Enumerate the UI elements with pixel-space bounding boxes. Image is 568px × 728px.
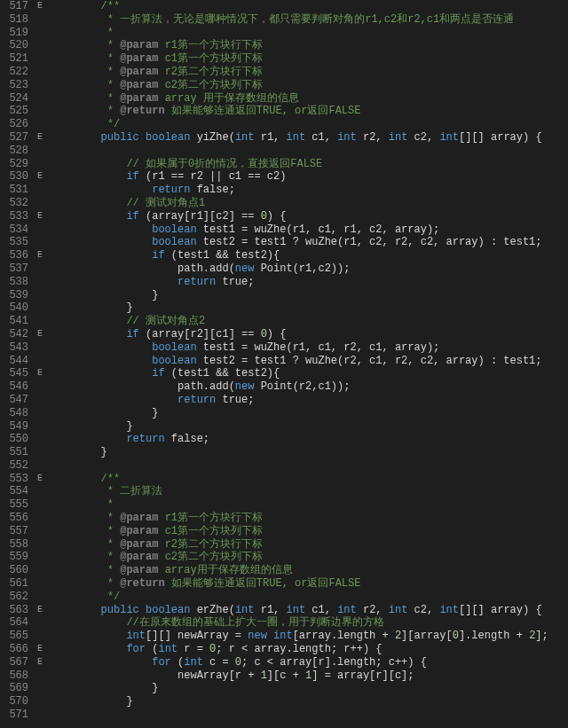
code-line[interactable]: * @param r1第一个方块行下标 <box>50 512 548 525</box>
code-line[interactable]: } <box>50 446 548 459</box>
fold-spacer <box>34 276 46 289</box>
fold-marker-icon[interactable]: E <box>34 170 46 184</box>
code-line[interactable]: * @param r1第一个方块行下标 <box>50 39 548 52</box>
code-line[interactable]: } <box>50 695 548 708</box>
fold-marker-icon[interactable]: E <box>34 473 46 486</box>
code-line[interactable]: path.add(new Point(r2,c1)); <box>50 380 548 394</box>
fold-spacer <box>34 52 46 66</box>
fold-marker-icon[interactable]: E <box>34 367 46 380</box>
code-line[interactable] <box>50 145 548 158</box>
code-line[interactable]: return true; <box>50 276 548 289</box>
code-line[interactable]: * @param c2第二个方块列下标 <box>50 79 548 92</box>
fold-spacer <box>34 616 46 630</box>
token-kw: for <box>126 643 146 655</box>
code-line[interactable]: * @return 如果能够连通返回TRUE, or返回FALSE <box>50 105 548 118</box>
code-line[interactable]: * @param c1第一个方块列下标 <box>50 52 548 66</box>
code-line[interactable]: for (int c = 0; c < array[r].length; c++… <box>50 656 548 669</box>
code-line[interactable]: for (int r = 0; r < array.length; r++) { <box>50 643 548 656</box>
code-line[interactable]: } <box>50 682 548 695</box>
code-line[interactable]: newArray[r + 1][c + 1] = array[r][c]; <box>50 669 548 683</box>
token-kw: new <box>235 262 255 275</box>
code-line[interactable]: /** <box>50 473 548 486</box>
fold-spacer <box>34 118 46 131</box>
code-line[interactable]: public boolean erZhe(int r1, int c1, int… <box>50 604 548 617</box>
line-number: 524 <box>0 92 28 106</box>
token-pl: ( <box>229 131 235 144</box>
code-line[interactable]: /** <box>50 0 548 13</box>
token-pl: (r1 == r2 || c1 == c2) <box>139 170 287 183</box>
token-pl: [][] newArray = <box>146 630 248 642</box>
token-pl: c = <box>203 656 235 669</box>
code-line[interactable]: if (array[r1][c2] == 0) { <box>50 210 548 223</box>
code-line[interactable]: * @param c2第二个方块列下标 <box>50 551 548 564</box>
token-cmt: // 测试对角点1 <box>126 197 205 209</box>
code-line[interactable]: int[][] newArray = new int[array.length … <box>50 630 548 643</box>
fold-marker-icon[interactable]: E <box>34 656 46 669</box>
code-line[interactable]: * @param c1第一个方块列下标 <box>50 525 548 538</box>
fold-gutter[interactable]: EEEEEEEEEEE <box>34 0 46 722</box>
code-line[interactable]: boolean test2 = test1 ? wuZhe(r1, c2, r2… <box>50 236 548 249</box>
line-number: 533 <box>0 210 28 223</box>
code-line[interactable]: // 测试对角点1 <box>50 197 548 210</box>
code-line[interactable]: * <box>50 498 548 512</box>
line-number: 542 <box>0 328 28 341</box>
code-line[interactable]: return false; <box>50 433 548 446</box>
token-pl <box>190 131 196 144</box>
code-line[interactable]: public boolean yiZhe(int r1, int c1, int… <box>50 131 548 145</box>
code-line[interactable]: } <box>50 289 548 302</box>
code-line[interactable]: * 二折算法 <box>50 485 548 498</box>
code-line[interactable]: if (test1 && test2){ <box>50 367 548 380</box>
fold-marker-icon[interactable]: E <box>34 328 46 341</box>
code-line[interactable] <box>50 459 548 473</box>
code-line[interactable]: boolean test1 = wuZhe(r1, c1, r2, c1, ar… <box>50 341 548 355</box>
code-line[interactable]: //在原来数组的基础上扩大一圈，用于判断边界的方格 <box>50 616 548 630</box>
token-pl: } <box>126 420 132 433</box>
fold-spacer <box>34 197 46 210</box>
code-line[interactable]: if (test1 && test2){ <box>50 249 548 262</box>
fold-spacer <box>34 394 46 407</box>
code-line[interactable]: * @param r2第二个方块行下标 <box>50 66 548 79</box>
code-line[interactable]: * @return 如果能够连通返回TRUE, or返回FALSE <box>50 577 548 591</box>
token-cmt: array用于保存数组的信息 <box>158 564 292 576</box>
code-line[interactable] <box>50 708 548 722</box>
line-number: 555 <box>0 498 28 512</box>
code-editor[interactable]: 5175185195205215225235245255265275285295… <box>0 0 568 722</box>
fold-marker-icon[interactable]: E <box>34 249 46 262</box>
token-tag: @param <box>120 52 158 65</box>
token-kw: return <box>152 184 190 196</box>
code-line[interactable]: * @param r2第二个方块行下标 <box>50 538 548 552</box>
fold-marker-icon[interactable]: E <box>34 0 46 13</box>
code-line[interactable]: path.add(new Point(r1,c2)); <box>50 262 548 276</box>
token-tag: @return <box>120 577 164 590</box>
fold-marker-icon[interactable]: E <box>34 604 46 617</box>
code-line[interactable]: } <box>50 407 548 420</box>
code-line[interactable]: return true; <box>50 394 548 407</box>
token-pl: r2, <box>357 131 389 144</box>
code-line[interactable]: } <box>50 301 548 315</box>
code-line[interactable]: // 如果属于0折的情况，直接返回FALSE <box>50 158 548 171</box>
code-line[interactable]: if (r1 == r2 || c1 == c2) <box>50 170 548 184</box>
fold-marker-icon[interactable]: E <box>34 210 46 223</box>
code-line[interactable]: return false; <box>50 184 548 197</box>
fold-spacer <box>34 433 46 446</box>
code-line[interactable]: * <box>50 27 548 40</box>
code-line[interactable]: boolean test1 = wuZhe(r1, c1, r1, c2, ar… <box>50 223 548 237</box>
line-number: 549 <box>0 420 28 434</box>
code-line[interactable]: * @param array 用于保存数组的信息 <box>50 92 548 106</box>
code-line[interactable]: boolean test2 = test1 ? wuZhe(r2, c1, r2… <box>50 355 548 368</box>
code-line[interactable]: // 测试对角点2 <box>50 315 548 328</box>
token-type: int <box>235 131 255 144</box>
code-line[interactable]: */ <box>50 591 548 604</box>
code-line[interactable]: * 一折算法，无论是哪种情况下，都只需要判断对角的r1,c2和r2,c1和两点是… <box>50 13 548 27</box>
code-content[interactable]: /** * 一折算法，无论是哪种情况下，都只需要判断对角的r1,c2和r2,c1… <box>46 0 548 722</box>
code-line[interactable]: if (array[r2][c1] == 0) { <box>50 328 548 341</box>
line-number: 553 <box>0 473 28 486</box>
token-tag: @return <box>120 105 164 117</box>
fold-marker-icon[interactable]: E <box>34 643 46 656</box>
token-pl: c2, <box>407 604 439 616</box>
code-line[interactable]: } <box>50 420 548 434</box>
token-tag: @param <box>120 39 158 51</box>
code-line[interactable]: * @param array用于保存数组的信息 <box>50 564 548 577</box>
fold-marker-icon[interactable]: E <box>34 131 46 145</box>
code-line[interactable]: */ <box>50 118 548 131</box>
